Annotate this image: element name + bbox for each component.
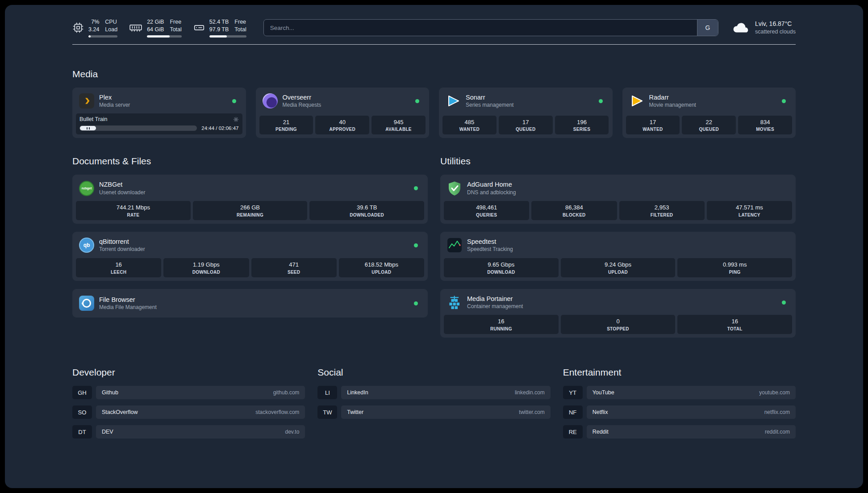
bookmark-dev[interactable]: DT DEV dev.to <box>72 425 305 439</box>
search-input[interactable] <box>264 20 697 36</box>
cpu-usage-label: CPU <box>105 18 117 26</box>
section-title-media: Media <box>72 69 796 79</box>
bookmark-netflix[interactable]: NF Netflix netflix.com <box>563 405 796 419</box>
service-description: Media File Management <box>99 304 157 311</box>
stat-pending: 21 PENDING <box>259 116 313 135</box>
service-card-qbittorrent[interactable]: qb qBittorrent Torrent downloader 16 LEE… <box>72 232 428 281</box>
bookmark-abbr: RE <box>563 425 583 439</box>
stat-blocked: 86,384 BLOCKED <box>531 201 617 220</box>
bookmark-abbr: SO <box>72 405 92 419</box>
sonarr-icon <box>446 93 461 109</box>
media-grid: Plex Media server Bullet Train <box>72 88 796 138</box>
stat-upload: 9.24 Gbps UPLOAD <box>561 258 676 277</box>
bookmark-abbr: LI <box>317 386 337 399</box>
service-card-speedtest[interactable]: Speedtest Speedtest Tracking 9.65 Gbps D… <box>440 232 796 281</box>
playback-progress-bar[interactable] <box>79 125 197 131</box>
service-card-adguard[interactable]: AdGuard Home DNS and adblocking 498,461 … <box>440 175 796 224</box>
service-name: Radarr <box>649 93 696 101</box>
service-description: Torrent downloader <box>99 246 145 253</box>
bookmark-url: reddit.com <box>765 429 790 435</box>
now-playing-title: Bullet Train <box>79 116 108 122</box>
radarr-icon <box>629 93 644 109</box>
service-description: Speedtest Tracking <box>467 246 513 253</box>
section-title-documents: Documents & Files <box>72 156 428 167</box>
service-name: Media Portainer <box>467 295 523 303</box>
bookmark-abbr: NF <box>563 405 583 419</box>
service-card-plex[interactable]: Plex Media server Bullet Train <box>72 88 246 138</box>
bookmark-group-entertainment: Entertainment YT YouTube youtube.com NF … <box>563 367 796 445</box>
service-card-radarr[interactable]: Radarr Movie management 17 WANTED 22 QUE… <box>622 88 796 138</box>
service-name: Overseerr <box>283 93 321 101</box>
disk-total-value: 97.9 TB <box>209 26 229 33</box>
bookmark-group-social: Social LI LinkedIn linkedin.com TW Twitt… <box>317 367 550 445</box>
stat-upload: 618.52 Mbps UPLOAD <box>339 258 424 277</box>
playback-time: 24:44 / 02:06:47 <box>201 125 238 131</box>
plex-now-playing: Bullet Train 24:44 / 02:06:47 <box>76 113 242 134</box>
service-card-filebrowser[interactable]: File Browser Media File Management <box>72 289 428 318</box>
bookmark-name: LinkedIn <box>347 389 368 396</box>
service-card-nzbget[interactable]: nzbget NZBGet Usenet downloader 744.21 M… <box>72 175 428 224</box>
stat-remaining: 266 GB REMAINING <box>193 201 308 220</box>
bookmark-url: twitter.com <box>519 409 544 415</box>
bookmark-name: Twitter <box>347 409 363 415</box>
service-description: Container management <box>467 303 523 310</box>
stat-total: 16 TOTAL <box>677 315 792 334</box>
stat-queries: 498,461 QUERIES <box>444 201 529 220</box>
pause-button[interactable] <box>80 126 96 130</box>
service-description: Media Requests <box>283 102 321 109</box>
divider <box>72 44 796 45</box>
memory-total-label: Total <box>170 26 181 33</box>
weather-widget[interactable]: Lviv, 16.87°C scattered clouds <box>732 18 796 37</box>
service-name: AdGuard Home <box>467 180 516 188</box>
bookmark-name: Reddit <box>593 429 609 435</box>
bookmark-name: YouTube <box>593 389 614 396</box>
stat-download: 9.65 Gbps DOWNLOAD <box>444 258 559 277</box>
stat-series: 196 SERIES <box>555 116 609 135</box>
service-card-portainer[interactable]: Media Portainer Container management 16 … <box>440 289 796 338</box>
stat-wanted: 485 WANTED <box>442 116 497 135</box>
stat-leech: 16 LEECH <box>76 258 161 277</box>
status-dot <box>414 186 418 190</box>
service-description: Media server <box>99 102 130 109</box>
weather-condition: scattered clouds <box>755 28 796 36</box>
stat-movies: 834 MOVIES <box>738 116 792 135</box>
status-dot <box>232 99 236 103</box>
disk-widget: 52.4 TB Free 97.9 TB Total <box>193 18 246 38</box>
cpu-widget: 7% CPU 3.24 Load <box>72 18 117 38</box>
service-name: Plex <box>99 93 130 101</box>
bookmark-youtube[interactable]: YT YouTube youtube.com <box>563 386 796 399</box>
stat-approved: 40 APPROVED <box>315 116 369 135</box>
gear-icon[interactable] <box>233 117 239 122</box>
section-title-utilities: Utilities <box>440 156 796 167</box>
stat-wanted: 17 WANTED <box>626 116 680 135</box>
bookmark-abbr: DT <box>72 425 92 439</box>
status-dot <box>782 99 786 103</box>
bookmark-github[interactable]: GH Github github.com <box>72 386 305 399</box>
service-card-sonarr[interactable]: Sonarr Series management 485 WANTED 17 Q… <box>439 88 613 138</box>
service-card-overseerr[interactable]: Overseerr Media Requests 21 PENDING 40 A… <box>256 88 430 138</box>
bookmark-name: DEV <box>102 429 113 435</box>
service-name: Speedtest <box>467 238 513 246</box>
bookmark-abbr: GH <box>72 386 92 399</box>
disk-progress-bar <box>209 35 246 38</box>
bookmark-url: linkedin.com <box>515 389 545 396</box>
adguard-icon <box>447 181 462 196</box>
bookmark-url: github.com <box>273 389 300 396</box>
bookmark-url: youtube.com <box>759 389 790 396</box>
bookmark-name: Netflix <box>593 409 608 415</box>
stat-running: 16 RUNNING <box>444 315 559 334</box>
bookmark-stackoverflow[interactable]: SO StackOverflow stackoverflow.com <box>72 405 305 419</box>
stat-queued: 17 QUEUED <box>499 116 553 135</box>
status-dot <box>414 301 418 305</box>
bookmark-twitter[interactable]: TW Twitter twitter.com <box>317 405 550 419</box>
service-description: Series management <box>466 102 513 109</box>
cpu-load-value: 3.24 <box>88 26 99 33</box>
bookmark-reddit[interactable]: RE Reddit reddit.com <box>563 425 796 439</box>
bookmark-linkedin[interactable]: LI LinkedIn linkedin.com <box>317 386 550 399</box>
stat-download: 1.19 Gbps DOWNLOAD <box>163 258 249 277</box>
search-bar: G <box>263 19 718 36</box>
service-description: Movie management <box>649 102 696 109</box>
filebrowser-icon <box>79 296 94 311</box>
search-provider-button[interactable]: G <box>697 20 718 36</box>
disk-free-label: Free <box>234 18 246 26</box>
